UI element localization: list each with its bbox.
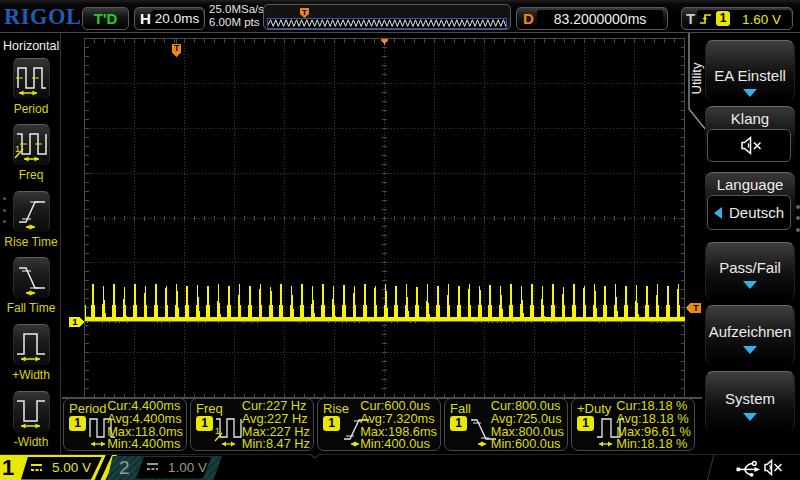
svg-text:T: T [174, 43, 180, 53]
svg-text:1: 1 [215, 426, 220, 436]
svg-text:T: T [302, 8, 307, 17]
svg-text:1: 1 [72, 316, 78, 327]
